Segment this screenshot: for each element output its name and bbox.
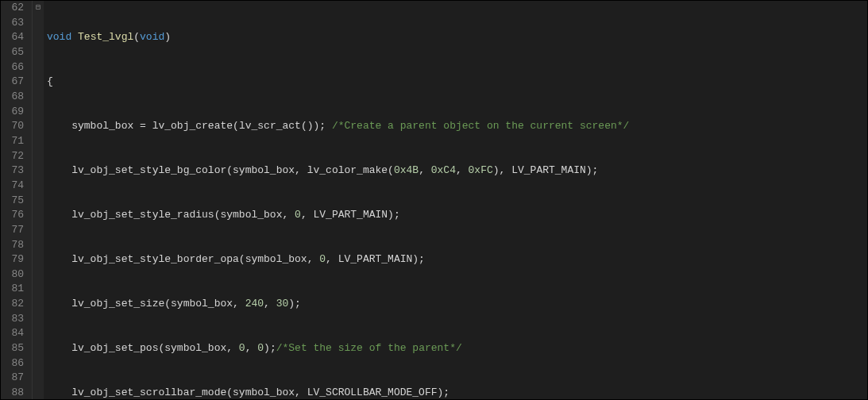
fold-marker bbox=[33, 223, 44, 238]
code-line[interactable]: void Test_lvgl(void) bbox=[44, 30, 867, 45]
line-number: 87 bbox=[1, 371, 24, 386]
line-number: 62 bbox=[1, 1, 24, 16]
line-number: 64 bbox=[1, 30, 24, 45]
line-number: 73 bbox=[1, 163, 24, 179]
fold-marker bbox=[33, 371, 44, 386]
fold-marker bbox=[33, 90, 44, 105]
line-number: 66 bbox=[1, 60, 24, 75]
line-number: 82 bbox=[1, 297, 24, 312]
code-line[interactable]: lv_obj_set_pos(symbol_box, 0, 0);/*Set t… bbox=[44, 341, 867, 356]
line-number: 80 bbox=[1, 267, 24, 283]
fold-marker bbox=[33, 134, 44, 149]
fold-marker bbox=[33, 179, 44, 194]
line-number: 83 bbox=[1, 312, 24, 327]
fold-marker bbox=[33, 341, 44, 356]
line-number: 88 bbox=[1, 386, 24, 400]
fold-marker bbox=[33, 386, 44, 400]
fold-marker[interactable]: ⊟ bbox=[33, 1, 44, 16]
function-name: Test_lvgl bbox=[78, 31, 133, 43]
line-number: 72 bbox=[1, 149, 24, 164]
line-number: 76 bbox=[1, 208, 24, 223]
fold-marker bbox=[33, 238, 44, 253]
code-line[interactable]: { bbox=[44, 75, 867, 90]
code-line[interactable]: symbol_box = lv_obj_create(lv_scr_act())… bbox=[44, 119, 867, 134]
comment: /*Set the size of the parent*/ bbox=[276, 342, 462, 354]
fold-marker bbox=[33, 75, 44, 90]
code-line[interactable]: lv_obj_set_style_bg_color(symbol_box, lv… bbox=[44, 163, 867, 179]
line-number: 81 bbox=[1, 282, 24, 297]
identifier: symbol_box bbox=[71, 120, 133, 132]
line-number: 70 bbox=[1, 119, 24, 134]
line-number: 74 bbox=[1, 179, 24, 194]
fold-marker bbox=[33, 105, 44, 120]
line-number: 84 bbox=[1, 326, 24, 341]
fold-marker bbox=[33, 312, 44, 327]
code-area[interactable]: void Test_lvgl(void) { symbol_box = lv_o… bbox=[44, 1, 867, 399]
fold-marker bbox=[33, 45, 44, 60]
fold-marker bbox=[33, 326, 44, 341]
code-line[interactable]: lv_obj_set_style_border_opa(symbol_box, … bbox=[44, 252, 867, 267]
fold-marker bbox=[33, 194, 44, 209]
line-number-gutter: 6263646566676869707172737475767778798081… bbox=[1, 1, 33, 399]
line-number: 78 bbox=[1, 238, 24, 253]
fold-marker bbox=[33, 208, 44, 223]
fold-marker bbox=[33, 252, 44, 267]
keyword: void bbox=[47, 31, 71, 43]
code-editor[interactable]: 6263646566676869707172737475767778798081… bbox=[0, 0, 868, 400]
fold-marker bbox=[33, 16, 44, 31]
line-number: 65 bbox=[1, 45, 24, 60]
line-number: 71 bbox=[1, 134, 24, 149]
comment: /*Create a parent object on the current … bbox=[332, 120, 629, 132]
fold-marker bbox=[33, 163, 44, 179]
fold-marker bbox=[33, 60, 44, 75]
fold-marker bbox=[33, 30, 44, 45]
line-number: 63 bbox=[1, 16, 24, 31]
code-line[interactable]: lv_obj_set_scrollbar_mode(symbol_box, LV… bbox=[44, 386, 867, 399]
fold-marker bbox=[33, 149, 44, 164]
code-line[interactable]: lv_obj_set_style_radius(symbol_box, 0, L… bbox=[44, 208, 867, 223]
line-number: 79 bbox=[1, 252, 24, 267]
code-line[interactable]: lv_obj_set_size(symbol_box, 240, 30); bbox=[44, 297, 867, 312]
fold-marker bbox=[33, 282, 44, 297]
fold-column[interactable]: ⊟ bbox=[33, 1, 44, 399]
line-number: 67 bbox=[1, 75, 24, 90]
fold-marker bbox=[33, 356, 44, 371]
line-number: 69 bbox=[1, 105, 24, 120]
line-number: 77 bbox=[1, 223, 24, 238]
fold-marker bbox=[33, 297, 44, 312]
line-number: 85 bbox=[1, 341, 24, 356]
line-number: 86 bbox=[1, 356, 24, 371]
line-number: 68 bbox=[1, 90, 24, 105]
fold-marker bbox=[33, 267, 44, 283]
brace: { bbox=[47, 75, 53, 87]
fold-marker bbox=[33, 119, 44, 134]
line-number: 75 bbox=[1, 194, 24, 209]
keyword: void bbox=[140, 31, 164, 43]
